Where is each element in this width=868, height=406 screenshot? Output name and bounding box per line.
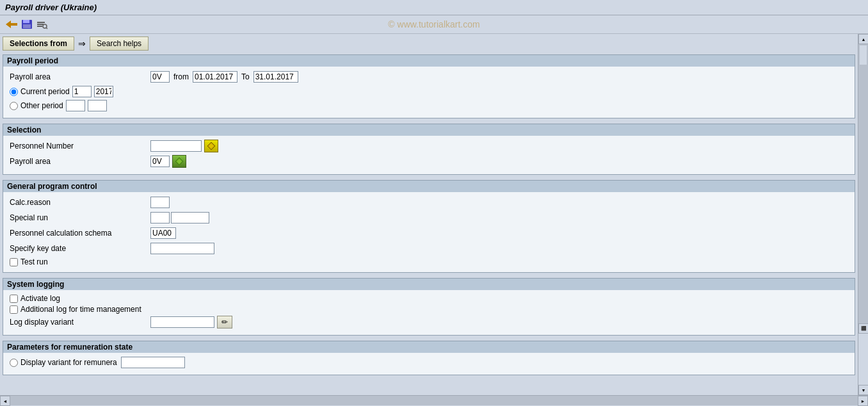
general-program-control-body: Calc.reason Special run Personnel calcu xyxy=(3,192,855,272)
calc-reason-row: Calc.reason xyxy=(10,196,848,209)
selection-body: Personnel Number Payroll area xyxy=(3,136,855,174)
svg-rect-2 xyxy=(23,20,29,23)
payroll-period-section: Payroll period Payroll area from To xyxy=(3,54,855,118)
additional-log-row: Additional log for time management xyxy=(10,305,848,314)
scroll-up-button[interactable]: ▲ xyxy=(858,34,868,44)
display-variant-remunera-field[interactable] xyxy=(121,357,185,368)
svg-marker-0 xyxy=(6,20,17,28)
window-title: Payroll driver (Ukraine) xyxy=(5,3,97,12)
svg-line-8 xyxy=(47,28,48,29)
current-period-radio[interactable] xyxy=(10,88,18,96)
log-display-variant-field[interactable] xyxy=(150,316,214,328)
from-date-field[interactable] xyxy=(193,71,237,83)
payroll-area-select-icon[interactable] xyxy=(172,155,186,168)
specify-key-date-row: Specify key date xyxy=(10,242,848,255)
selection-payroll-area-label: Payroll area xyxy=(10,157,150,166)
system-logging-body: Activate log Additional log for time man… xyxy=(3,290,855,335)
calc-reason-label: Calc.reason xyxy=(10,198,150,207)
additional-log-label: Additional log for time management xyxy=(20,305,141,314)
current-period-val2[interactable] xyxy=(94,86,113,97)
special-run-field1[interactable] xyxy=(150,212,170,223)
scroll-left-button[interactable]: ◄ xyxy=(0,396,10,406)
special-run-row: Special run xyxy=(10,211,848,224)
watermark: © www.tutorialkart.com xyxy=(388,19,479,29)
display-variant-remunera-row: Display variant for remunera xyxy=(10,357,848,368)
activate-log-row: Activate log xyxy=(10,294,848,303)
main-scroll-area: Selections from ⇒ Search helps Payroll p… xyxy=(0,34,858,395)
scroll-track-bottom[interactable] xyxy=(858,334,868,385)
selection-header: Selection xyxy=(3,124,855,136)
payroll-area-row: Payroll area from To xyxy=(10,70,848,83)
back-icon[interactable] xyxy=(5,18,18,31)
title-bar: Payroll driver (Ukraine) xyxy=(0,0,868,15)
other-period-row: Other period xyxy=(10,100,848,111)
additional-log-checkbox[interactable] xyxy=(10,305,18,314)
general-program-control-section: General program control Calc.reason Spec… xyxy=(3,180,855,273)
other-period-val2[interactable] xyxy=(88,100,107,111)
system-logging-section: System logging Activate log Additional l… xyxy=(3,278,855,336)
log-display-variant-edit-icon[interactable]: ✏ xyxy=(217,316,232,329)
current-period-label: Current period xyxy=(20,87,70,96)
current-period-row: Current period xyxy=(10,86,848,97)
scroll-split-button[interactable]: ⬛ xyxy=(858,323,868,334)
arrow-icon: ⇒ xyxy=(76,37,88,50)
test-run-checkbox[interactable] xyxy=(10,258,18,266)
svg-rect-6 xyxy=(37,26,42,27)
parameters-remuneration-header: Parameters for remuneration state xyxy=(3,341,855,353)
display-variant-remunera-radio[interactable] xyxy=(10,359,18,367)
selections-from-button[interactable]: Selections from xyxy=(3,37,74,51)
payroll-area-field[interactable] xyxy=(150,71,170,83)
selection-payroll-area-field[interactable] xyxy=(150,156,170,167)
general-program-control-header: General program control xyxy=(3,181,855,192)
personnel-calc-schema-field[interactable] xyxy=(150,227,176,239)
current-period-val1[interactable] xyxy=(72,86,92,97)
from-label: from xyxy=(173,72,189,81)
find-icon[interactable] xyxy=(36,18,49,31)
personnel-calc-schema-label: Personnel calculation schema xyxy=(10,229,150,238)
payroll-period-body: Payroll area from To Current period xyxy=(3,67,855,118)
svg-rect-3 xyxy=(23,24,31,28)
to-date-field[interactable] xyxy=(253,71,298,83)
personnel-number-select-icon[interactable] xyxy=(204,140,218,152)
activate-log-checkbox[interactable] xyxy=(10,295,18,303)
activate-log-label: Activate log xyxy=(20,294,60,303)
svg-point-7 xyxy=(43,24,47,28)
save-icon[interactable] xyxy=(20,18,33,31)
other-period-val1[interactable] xyxy=(66,100,85,111)
special-run-label: Special run xyxy=(10,213,150,222)
scroll-track[interactable] xyxy=(858,44,868,323)
test-run-label: Test run xyxy=(20,257,48,266)
system-logging-header: System logging xyxy=(3,279,855,290)
personnel-number-row: Personnel Number xyxy=(10,140,848,152)
selection-payroll-area-row: Payroll area xyxy=(10,155,848,168)
test-run-row: Test run xyxy=(10,257,848,266)
other-period-radio[interactable] xyxy=(10,102,18,110)
other-period-label: Other period xyxy=(20,101,63,110)
payroll-area-label: Payroll area xyxy=(10,72,150,81)
search-helps-button[interactable]: Search helps xyxy=(90,37,149,51)
log-display-variant-row: Log display variant ✏ xyxy=(10,316,848,329)
payroll-period-header: Payroll period xyxy=(3,55,855,67)
parameters-remuneration-section: Parameters for remuneration state Displa… xyxy=(3,341,855,375)
parameters-remuneration-body: Display variant for remunera xyxy=(3,353,855,375)
display-variant-remunera-label: Display variant for remunera xyxy=(20,358,117,367)
personnel-number-field[interactable] xyxy=(150,140,202,152)
log-display-variant-label: Log display variant xyxy=(10,318,150,327)
specify-key-date-field[interactable] xyxy=(150,243,214,254)
right-scrollbar: ▲ ⬛ ▼ xyxy=(858,34,868,395)
bottom-scrollbar: ◄ ► xyxy=(0,395,868,405)
calc-reason-field[interactable] xyxy=(150,197,170,208)
button-bar: Selections from ⇒ Search helps xyxy=(3,37,855,51)
personnel-number-label: Personnel Number xyxy=(10,142,150,150)
svg-rect-4 xyxy=(37,22,45,23)
svg-rect-5 xyxy=(37,24,44,25)
personnel-calc-schema-row: Personnel calculation schema xyxy=(10,227,848,240)
scroll-down-button[interactable]: ▼ xyxy=(858,385,868,395)
to-label: To xyxy=(241,72,250,81)
special-run-field2[interactable] xyxy=(171,212,209,223)
toolbar: © www.tutorialkart.com xyxy=(0,15,868,34)
specify-key-date-label: Specify key date xyxy=(10,244,150,253)
scroll-right-button[interactable]: ► xyxy=(858,396,868,406)
selection-section: Selection Personnel Number xyxy=(3,124,855,175)
bottom-scroll-track[interactable] xyxy=(10,396,858,405)
